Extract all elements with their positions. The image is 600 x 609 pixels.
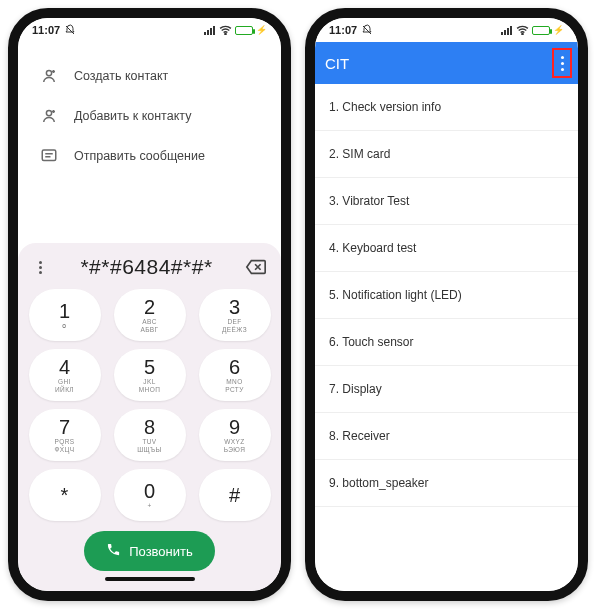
key-0[interactable]: 0+	[114, 469, 186, 521]
call-label: Позвонить	[129, 544, 193, 559]
key-9[interactable]: 9WXYZ ЬЭЮЯ	[199, 409, 271, 461]
wifi-icon	[219, 25, 232, 35]
cit-item-touch[interactable]: 6. Touch sensor	[315, 319, 578, 366]
phone-cit: 11:07 ⚡ CIT 1. Check version info 2. SIM…	[305, 8, 588, 601]
charging-icon: ⚡	[256, 25, 267, 35]
cit-app-bar: CIT	[315, 42, 578, 84]
status-bar: 11:07 ⚡	[18, 18, 281, 42]
dialer-panel: *#*#6484#*#* 1ᴏ 2ABC АБВГ 3DEF ДЕЁЖЗ 4GH…	[18, 243, 281, 591]
backspace-icon[interactable]	[245, 258, 267, 276]
wifi-icon	[516, 25, 529, 35]
key-1[interactable]: 1ᴏ	[29, 289, 101, 341]
option-create-contact[interactable]: Создать контакт	[18, 56, 281, 96]
cit-list: 1. Check version info 2. SIM card 3. Vib…	[315, 84, 578, 591]
cit-item-display[interactable]: 7. Display	[315, 366, 578, 413]
status-bar: 11:07 ⚡	[315, 18, 578, 42]
cit-title: CIT	[325, 55, 349, 72]
key-4[interactable]: 4GHI ИЙКЛ	[29, 349, 101, 401]
battery-icon	[235, 26, 253, 35]
cit-item-sim[interactable]: 2. SIM card	[315, 131, 578, 178]
cit-item-vibrator[interactable]: 3. Vibrator Test	[315, 178, 578, 225]
key-5[interactable]: 5JKL МНОП	[114, 349, 186, 401]
svg-point-3	[46, 110, 51, 115]
overflow-menu-icon[interactable]	[552, 48, 572, 78]
person-add-icon	[40, 67, 58, 85]
option-label: Создать контакт	[74, 69, 168, 83]
option-add-to-contact[interactable]: Добавить к контакту	[18, 96, 281, 136]
dnd-icon	[361, 24, 373, 36]
svg-rect-4	[42, 150, 56, 161]
cit-item-notif-light[interactable]: 5. Notification light (LED)	[315, 272, 578, 319]
dialed-number: *#*#6484#*#*	[48, 255, 245, 279]
svg-point-2	[46, 70, 51, 75]
status-time: 11:07	[32, 24, 60, 36]
message-icon	[40, 147, 58, 165]
keypad: 1ᴏ 2ABC АБВГ 3DEF ДЕЁЖЗ 4GHI ИЙКЛ 5JKL М…	[26, 289, 273, 521]
option-send-message[interactable]: Отправить сообщение	[18, 136, 281, 176]
cit-item-version[interactable]: 1. Check version info	[315, 84, 578, 131]
cit-item-speaker[interactable]: 9. bottom_speaker	[315, 460, 578, 507]
option-label: Отправить сообщение	[74, 149, 205, 163]
phone-icon	[106, 542, 121, 560]
key-hash[interactable]: #	[199, 469, 271, 521]
key-star[interactable]: *	[29, 469, 101, 521]
key-7[interactable]: 7PQRS ФХЦЧ	[29, 409, 101, 461]
person-add-icon	[40, 107, 58, 125]
status-time: 11:07	[329, 24, 357, 36]
home-indicator[interactable]	[105, 577, 195, 581]
phone-dialer: 11:07 ⚡ Создать контакт	[8, 8, 291, 601]
cit-item-receiver[interactable]: 8. Receiver	[315, 413, 578, 460]
key-2[interactable]: 2ABC АБВГ	[114, 289, 186, 341]
signal-icon	[501, 25, 513, 35]
key-3[interactable]: 3DEF ДЕЁЖЗ	[199, 289, 271, 341]
svg-point-1	[225, 33, 226, 34]
cit-item-keyboard[interactable]: 4. Keyboard test	[315, 225, 578, 272]
battery-icon	[532, 26, 550, 35]
call-button[interactable]: Позвонить	[84, 531, 215, 571]
option-label: Добавить к контакту	[74, 109, 191, 123]
key-6[interactable]: 6MNO РСТУ	[199, 349, 271, 401]
dnd-icon	[64, 24, 76, 36]
charging-icon: ⚡	[553, 25, 564, 35]
more-menu-icon[interactable]	[32, 261, 48, 274]
svg-point-6	[522, 33, 523, 34]
key-8[interactable]: 8TUV ШЩЪЫ	[114, 409, 186, 461]
signal-icon	[204, 25, 216, 35]
